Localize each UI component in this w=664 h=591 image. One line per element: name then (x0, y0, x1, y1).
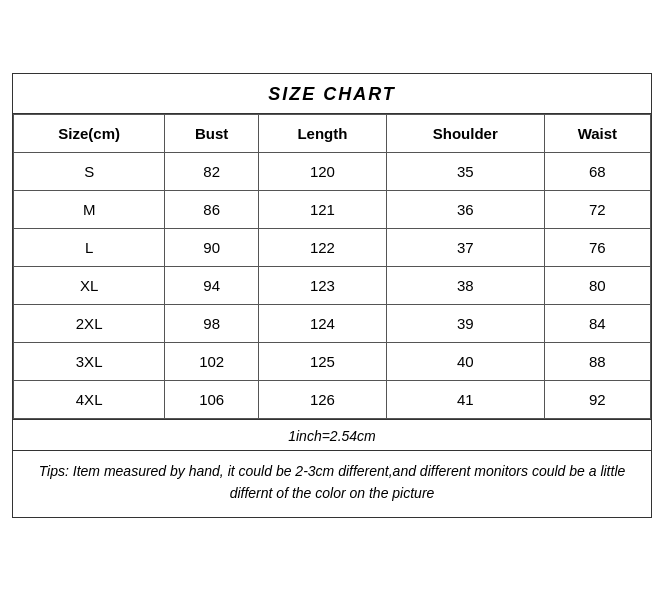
cell-waist: 72 (544, 191, 650, 229)
cell-length: 124 (259, 305, 387, 343)
cell-length: 121 (259, 191, 387, 229)
cell-shoulder: 35 (386, 153, 544, 191)
table-row: XL941233880 (14, 267, 651, 305)
cell-size: 2XL (14, 305, 165, 343)
cell-bust: 90 (165, 229, 259, 267)
table-row: S821203568 (14, 153, 651, 191)
size-chart-container: SIZE CHART Size(cm) Bust Length Shoulder… (12, 73, 652, 517)
cell-waist: 68 (544, 153, 650, 191)
cell-shoulder: 36 (386, 191, 544, 229)
cell-length: 125 (259, 343, 387, 381)
cell-shoulder: 40 (386, 343, 544, 381)
cell-size: 3XL (14, 343, 165, 381)
cell-length: 123 (259, 267, 387, 305)
header-length: Length (259, 115, 387, 153)
table-row: 4XL1061264192 (14, 381, 651, 419)
cell-size: S (14, 153, 165, 191)
cell-bust: 98 (165, 305, 259, 343)
cell-bust: 82 (165, 153, 259, 191)
table-row: L901223776 (14, 229, 651, 267)
size-table: Size(cm) Bust Length Shoulder Waist S821… (13, 114, 651, 419)
chart-title: SIZE CHART (13, 74, 651, 114)
cell-shoulder: 37 (386, 229, 544, 267)
cell-bust: 94 (165, 267, 259, 305)
cell-bust: 102 (165, 343, 259, 381)
cell-waist: 80 (544, 267, 650, 305)
cell-bust: 86 (165, 191, 259, 229)
table-row: 2XL981243984 (14, 305, 651, 343)
cell-size: 4XL (14, 381, 165, 419)
header-bust: Bust (165, 115, 259, 153)
cell-waist: 76 (544, 229, 650, 267)
cell-waist: 92 (544, 381, 650, 419)
cell-size: M (14, 191, 165, 229)
cell-length: 120 (259, 153, 387, 191)
cell-size: XL (14, 267, 165, 305)
cell-length: 126 (259, 381, 387, 419)
header-waist: Waist (544, 115, 650, 153)
cell-shoulder: 39 (386, 305, 544, 343)
header-shoulder: Shoulder (386, 115, 544, 153)
footer-note: 1inch=2.54cm (13, 419, 651, 450)
cell-waist: 84 (544, 305, 650, 343)
tips-text: Tips: Item measured by hand, it could be… (13, 450, 651, 516)
table-row: 3XL1021254088 (14, 343, 651, 381)
cell-shoulder: 38 (386, 267, 544, 305)
cell-size: L (14, 229, 165, 267)
cell-bust: 106 (165, 381, 259, 419)
cell-shoulder: 41 (386, 381, 544, 419)
table-header-row: Size(cm) Bust Length Shoulder Waist (14, 115, 651, 153)
header-size: Size(cm) (14, 115, 165, 153)
cell-waist: 88 (544, 343, 650, 381)
table-row: M861213672 (14, 191, 651, 229)
cell-length: 122 (259, 229, 387, 267)
